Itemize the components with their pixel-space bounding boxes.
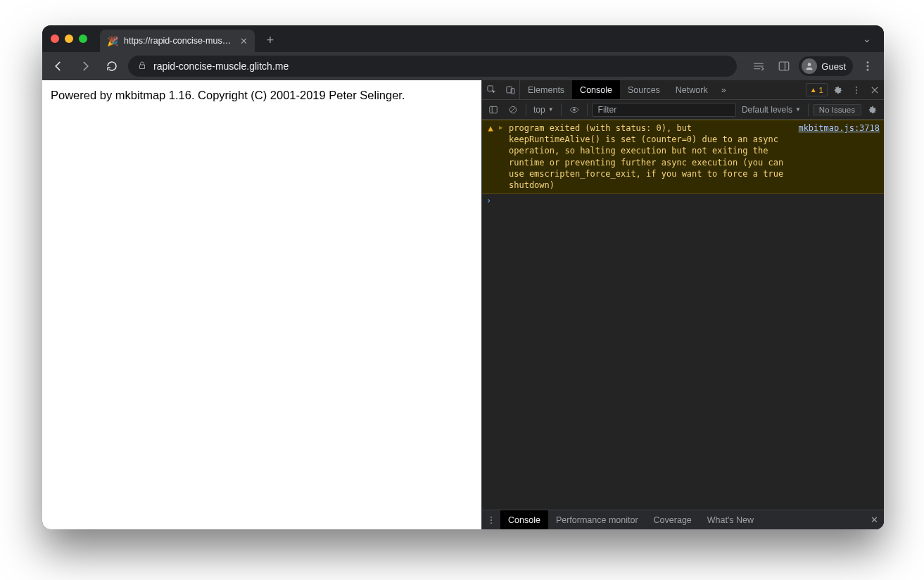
svg-point-10 [856,89,857,91]
console-output: ▲ ▶ program exited (with status: 0), but… [482,120,884,510]
devtools-drawer: Console Performance monitor Coverage Wha… [482,510,884,529]
devtools-panel: Elements Console Sources Network » ▲ 1 [481,80,884,529]
device-toolbar-icon[interactable] [501,80,520,99]
page-body-text: Powered by mkbitmap 1.16. Copyright (C) … [51,89,473,102]
console-filterbar: top ▼ Filter Default levels ▼ No Issues [482,100,884,120]
live-expression-icon[interactable] [566,105,583,115]
browser-window: 🎉 https://rapid-concise-muscle.g ✕ + ⌄ r… [42,25,884,529]
svg-point-3 [867,62,868,63]
execution-context-label: top [533,105,545,115]
avatar-icon [802,58,817,74]
svg-point-2 [808,63,811,66]
svg-point-4 [867,65,868,67]
drawer-close-icon[interactable]: ✕ [864,510,884,529]
nav-forward-button[interactable] [75,56,96,77]
svg-point-19 [491,522,492,524]
devtools-close-icon[interactable] [866,80,884,99]
log-levels-select[interactable]: Default levels ▼ [739,105,804,115]
devtools-tabbar: Elements Console Sources Network » ▲ 1 [482,80,884,100]
media-control-icon[interactable] [748,56,769,77]
profile-label: Guest [821,61,846,72]
svg-point-16 [573,108,576,111]
svg-rect-0 [780,62,790,70]
tab-favicon-icon: 🎉 [107,36,118,46]
window-close-button[interactable] [51,34,59,43]
devtools-settings-icon[interactable] [829,80,847,99]
svg-rect-12 [490,106,498,113]
tab-search-chevron-icon[interactable]: ⌄ [863,33,871,44]
svg-point-5 [867,69,868,70]
window-controls [51,34,94,43]
drawer-tab-whats-new[interactable]: What's New [700,510,761,529]
browser-menu-icon[interactable] [857,56,878,77]
lock-icon [138,61,146,72]
drawer-tab-console[interactable]: Console [500,510,548,529]
page-content: Powered by mkbitmap 1.16. Copyright (C) … [42,80,481,529]
execution-context-select[interactable]: top ▼ [531,105,557,115]
devtools-menu-icon[interactable] [847,80,866,99]
drawer-tab-performance-monitor[interactable]: Performance monitor [548,510,646,529]
tab-title: https://rapid-concise-muscle.g [124,36,234,46]
warning-count: 1 [819,86,823,94]
window-minimize-button[interactable] [65,34,73,43]
content-area: Powered by mkbitmap 1.16. Copyright (C) … [42,80,884,529]
inspect-element-icon[interactable] [482,80,501,99]
tab-sources[interactable]: Sources [620,80,668,99]
warnings-badge[interactable]: ▲ 1 [806,83,828,96]
svg-point-9 [856,86,857,87]
drawer-tab-coverage[interactable]: Coverage [646,510,700,529]
nav-back-button[interactable] [48,56,69,77]
more-tabs-icon[interactable]: » [716,80,732,99]
svg-point-17 [491,516,492,517]
nav-reload-button[interactable] [101,56,122,77]
console-prompt[interactable]: › [482,194,884,208]
console-sidebar-toggle-icon[interactable] [485,105,502,115]
warning-message: program exited (with status: 0), but kee… [509,122,787,191]
chevron-down-icon: ▼ [795,106,801,113]
console-filter-input[interactable]: Filter [592,103,736,117]
window-maximize-button[interactable] [79,34,87,43]
warning-icon: ▲ [486,122,495,133]
toolbar-right: Guest [742,56,878,77]
tab-network[interactable]: Network [668,80,716,99]
expand-log-icon[interactable]: ▶ [499,122,505,131]
issues-button[interactable]: No Issues [813,104,861,115]
svg-line-15 [511,108,515,112]
new-tab-button[interactable]: + [260,30,280,50]
address-bar[interactable]: rapid-concise-muscle.glitch.me [128,56,737,77]
warning-triangle-icon: ▲ [810,86,817,94]
url-text: rapid-concise-muscle.glitch.me [153,61,727,72]
tab-close-icon[interactable]: ✕ [240,36,248,46]
console-warning-row[interactable]: ▲ ▶ program exited (with status: 0), but… [482,120,884,194]
tab-elements[interactable]: Elements [520,80,572,99]
profile-button[interactable]: Guest [799,56,853,76]
svg-point-11 [856,92,857,94]
drawer-menu-icon[interactable] [482,510,500,529]
svg-point-18 [491,519,492,521]
side-panel-icon[interactable] [773,56,795,77]
browser-tab[interactable]: 🎉 https://rapid-concise-muscle.g ✕ [100,30,255,52]
chevron-down-icon: ▼ [548,106,554,113]
browser-toolbar: rapid-concise-muscle.glitch.me Guest [42,52,884,80]
log-source-link[interactable]: mkbitmap.js:3718 [791,122,880,133]
console-settings-icon[interactable] [864,105,881,115]
log-levels-label: Default levels [742,105,792,115]
clear-console-icon[interactable] [505,105,521,115]
window-titlebar: 🎉 https://rapid-concise-muscle.g ✕ + ⌄ [42,25,884,52]
filter-placeholder: Filter [598,105,617,115]
tab-console[interactable]: Console [572,80,620,99]
prompt-caret-icon: › [486,196,491,206]
